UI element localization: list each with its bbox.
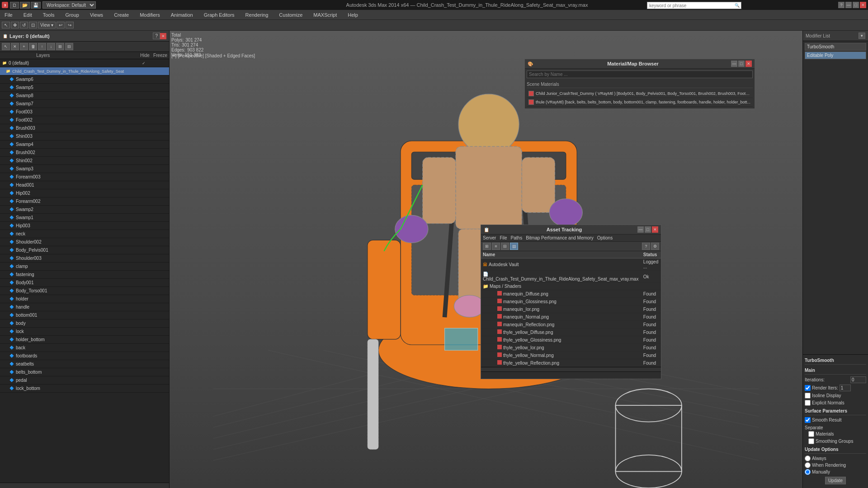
list-item[interactable]: 🔷holder — [0, 295, 169, 303]
at-minimize-btn[interactable]: — — [637, 226, 644, 233]
menu-views[interactable]: Views — [87, 11, 106, 19]
at-settings-btn[interactable]: ⚙ — [651, 243, 659, 250]
list-item[interactable]: 🔷seatbelts — [0, 360, 169, 368]
list-item[interactable]: 🔷neck — [0, 230, 169, 238]
isoline-checkbox[interactable] — [805, 393, 811, 399]
list-item[interactable]: 🔷Foot002 — [0, 116, 169, 124]
list-item[interactable]: 🔷Forearm003 — [0, 173, 169, 181]
table-row[interactable]: manequin_Ior.png Found — [481, 305, 661, 313]
list-item[interactable]: 🔷Swamp6 — [0, 75, 169, 84]
update-button[interactable]: Update — [825, 477, 846, 484]
list-item[interactable]: 🔷Hip002 — [0, 189, 169, 197]
table-row[interactable]: 📄Child_Crash_Test_Dummy_in_Thule_RideAlo… — [481, 271, 661, 283]
list-item[interactable]: 🔷Shin002 — [0, 157, 169, 165]
list-item[interactable]: 🔷Swamp5 — [0, 84, 169, 92]
menu-modifiers[interactable]: Modifiers — [137, 11, 163, 19]
toolbar-redo[interactable]: ↪ — [66, 22, 74, 28]
list-item[interactable]: 🔷Forearm002 — [0, 197, 169, 206]
layer-hide-btn[interactable]: ✕ — [11, 43, 19, 50]
list-item[interactable]: 🔷Head001 — [0, 181, 169, 189]
layer-item-main[interactable]: 📁 Child_Crash_Test_Dummy_in_Thule_RideAl… — [0, 67, 169, 75]
smooth-result-checkbox[interactable] — [805, 417, 811, 423]
list-item[interactable]: 🔷Hip003 — [0, 222, 169, 230]
always-radio[interactable] — [805, 455, 811, 461]
layer-select-btn[interactable]: ↖ — [2, 43, 10, 50]
menu-file[interactable]: File — [2, 11, 15, 19]
open-btn[interactable]: 📂 — [20, 2, 30, 9]
at-close-btn[interactable]: ✕ — [652, 226, 658, 233]
mat-browser-maximize-btn[interactable]: □ — [738, 61, 745, 67]
mat-item-1[interactable]: Child Junior_CrashTest_Dummy ( VRayMtl )… — [527, 89, 753, 98]
toolbar-select[interactable]: ↖ — [2, 22, 10, 28]
list-item[interactable]: 🔷Swamp1 — [0, 214, 169, 222]
menu-graph-editors[interactable]: Graph Editors — [201, 11, 237, 19]
render-iters-input[interactable] — [840, 385, 851, 391]
table-row[interactable]: manequin_Reflection.png Found — [481, 321, 661, 328]
list-item[interactable]: 🔷Shoulder003 — [0, 254, 169, 263]
at-tool-4[interactable]: ▤ — [510, 243, 518, 250]
explicit-normals-checkbox[interactable] — [805, 400, 811, 406]
layers-close-btn[interactable]: ✕ — [160, 33, 166, 39]
list-item[interactable]: 🔷Body_Torso001 — [0, 287, 169, 295]
list-item[interactable]: 🔷lock_bottom — [0, 385, 169, 393]
search-input[interactable] — [647, 3, 733, 9]
mat-item-2[interactable]: thule (VRayMtl) [back, belts, belts_bott… — [527, 98, 753, 107]
table-row[interactable]: manequin_Diffuse.png Found — [481, 290, 661, 298]
menu-create[interactable]: Create — [111, 11, 132, 19]
modifier-turbosmooth[interactable]: TurboSmooth — [805, 43, 866, 51]
new-btn[interactable]: 🗋 — [10, 2, 19, 9]
list-item[interactable]: 🔷Swamp3 — [0, 165, 169, 173]
at-menu-server[interactable]: Server — [483, 235, 496, 240]
modifier-dropdown-btn[interactable]: ▾ — [859, 33, 865, 39]
menu-rendering[interactable]: Rendering — [243, 11, 271, 19]
layers-help-btn[interactable]: ? — [153, 33, 160, 39]
layer-collapse-btn[interactable]: ⊟ — [65, 43, 73, 50]
toolbar-undo[interactable]: ↩ — [57, 22, 65, 28]
mat-browser-close-btn[interactable]: ✕ — [745, 61, 752, 67]
smoothing-groups-checkbox[interactable] — [808, 438, 814, 444]
layer-add-btn[interactable]: + — [20, 43, 28, 50]
table-row[interactable]: 📁Maps / Shaders — [481, 283, 661, 290]
layers-scrollbar[interactable] — [0, 483, 169, 488]
list-item[interactable]: 🔷holder_bottom — [0, 336, 169, 344]
list-item[interactable]: 🔷Body_Pelvis001 — [0, 246, 169, 254]
workspace-select[interactable]: Workspace: Default — [42, 1, 96, 9]
table-row[interactable]: manequin_Normal.png Found — [481, 313, 661, 321]
minimize-btn[interactable]: — — [845, 2, 852, 8]
menu-maxscript[interactable]: MAXScript — [311, 11, 340, 19]
list-item[interactable]: 🔷fastening — [0, 271, 169, 279]
menu-edit[interactable]: Edit — [21, 11, 35, 19]
list-item[interactable]: 🔷bottom001 — [0, 311, 169, 319]
list-item[interactable]: 🔷Brush003 — [0, 124, 169, 132]
iterations-input[interactable] — [850, 376, 866, 383]
when-rendering-radio[interactable] — [805, 462, 811, 468]
at-scrollbar[interactable] — [481, 367, 661, 371]
table-row[interactable]: thyle_yellow_Normal.png Found — [481, 352, 661, 359]
list-item[interactable]: 🔷Swamp2 — [0, 206, 169, 214]
mat-search-input[interactable] — [527, 70, 753, 78]
layer-expand-btn[interactable]: ⊞ — [56, 43, 64, 50]
list-item[interactable]: 🔷Swamp4 — [0, 141, 169, 149]
at-menu-options[interactable]: Options — [597, 235, 613, 240]
table-row[interactable]: thyle_yellow_Reflection.png Found — [481, 359, 661, 367]
layer-item-back[interactable]: 🔷back — [0, 344, 169, 352]
help-btn[interactable]: ? — [838, 2, 844, 8]
list-item[interactable]: 🔷Swamp8 — [0, 92, 169, 100]
list-item[interactable]: 🔷handle — [0, 303, 169, 311]
modifier-editable-poly[interactable]: Editable Poly — [805, 52, 866, 59]
menu-tools[interactable]: Tools — [40, 11, 57, 19]
search-icon[interactable]: 🔍 — [733, 3, 741, 8]
list-item[interactable]: 🔷Body001 — [0, 279, 169, 287]
menu-animation[interactable]: Animation — [168, 11, 196, 19]
list-item[interactable]: 🔷belts_bottom — [0, 368, 169, 376]
layer-down-btn[interactable]: ↓ — [47, 43, 55, 50]
save-btn[interactable]: 💾 — [31, 2, 41, 9]
maximize-btn[interactable]: □ — [853, 2, 859, 8]
menu-group[interactable]: Group — [62, 11, 82, 19]
layer-delete-btn[interactable]: 🗑 — [29, 43, 37, 50]
menu-customize[interactable]: Customize — [276, 11, 305, 19]
at-tool-1[interactable]: ⊞ — [483, 243, 491, 250]
at-menu-file[interactable]: File — [500, 235, 507, 240]
render-iters-checkbox[interactable] — [805, 385, 811, 391]
list-item[interactable]: 🔷Shoulder002 — [0, 238, 169, 246]
